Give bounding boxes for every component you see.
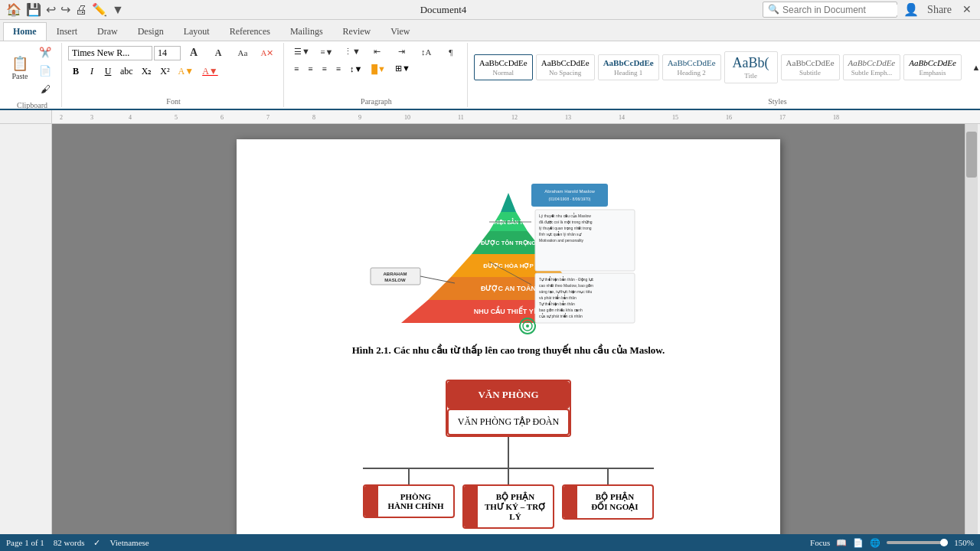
tab-references[interactable]: References (220, 22, 280, 41)
style-subtle-emphasis[interactable]: AaBbCcDdEe Subtle Emph... (843, 54, 901, 80)
print-layout-icon[interactable]: 📄 (853, 538, 864, 548)
zoom-level[interactable]: 150% (954, 538, 974, 547)
web-layout-icon[interactable]: 🌐 (870, 538, 880, 548)
align-left-button[interactable]: ≡ (290, 63, 302, 75)
copy-button[interactable]: 📄 (34, 63, 57, 80)
shading-button[interactable]: █▼ (368, 63, 390, 75)
style-no-spacing-label: No Spacing (549, 69, 581, 77)
status-bar-left: Page 1 of 1 82 words ✓ Vietnamese (6, 538, 149, 548)
style-heading1[interactable]: AaBbCcDdEe Heading 1 (598, 54, 659, 80)
cut-icon: ✂️ (39, 47, 51, 59)
search-box[interactable]: 🔍 (763, 2, 897, 18)
format-painter-icon: 🖌 (41, 83, 51, 96)
format-painter-button[interactable]: 🖌 (34, 81, 57, 98)
tab-layout[interactable]: Layout (174, 22, 220, 41)
italic-button[interactable]: I (84, 64, 100, 79)
style-heading2[interactable]: AaBbCcDdEe Heading 2 (662, 54, 721, 80)
org-box-external: BỘ PHẬNĐỐI NGOẠI (562, 484, 654, 520)
font-size-selector[interactable]: 14 (154, 46, 181, 60)
org-top-sub: VĂN PHÒNG TẬP ĐOÀN (447, 409, 570, 435)
subscript-button[interactable]: X₂ (138, 64, 156, 79)
bold-button[interactable]: B (68, 64, 83, 79)
tab-review[interactable]: Review (333, 22, 381, 41)
svg-text:13: 13 (565, 114, 571, 121)
svg-text:Motivation and personality: Motivation and personality (539, 238, 584, 243)
bullet-list-button[interactable]: ☰▼ (290, 44, 314, 59)
tab-view[interactable]: View (381, 22, 420, 41)
ribbon-tabs: Home Insert Draw Design Layout Reference… (0, 20, 980, 41)
zoom-thumb[interactable] (940, 539, 948, 546)
style-heading2-label: Heading 2 (678, 69, 706, 77)
sort-button[interactable]: ↕A (415, 45, 438, 59)
zoom-slider[interactable] (887, 541, 948, 544)
title-bar-left: 🏠 💾 ↩ ↪ 🖨 ✏️ ▼ (6, 2, 124, 17)
language[interactable]: Vietnamese (109, 538, 149, 547)
indent-increase-button[interactable]: ⇥ (390, 44, 413, 59)
superscript-button[interactable]: X² (156, 64, 173, 79)
org-box-secretary-accent (464, 486, 478, 527)
style-emphasis[interactable]: AaBbCcDdEe Emphasis (903, 54, 962, 80)
save-icon[interactable]: 💾 (26, 2, 41, 17)
style-no-spacing[interactable]: AaBbCcDdEe No Spacing (536, 54, 595, 80)
tab-insert[interactable]: Insert (47, 22, 87, 41)
line-spacing-button[interactable]: ↕▼ (346, 63, 366, 75)
strikethrough-button[interactable]: abc (116, 64, 137, 79)
font-decrease-button[interactable]: A (207, 45, 230, 61)
tab-mailings[interactable]: Mailings (280, 22, 333, 41)
font-name-selector[interactable]: Times New R... (68, 46, 152, 60)
tab-home[interactable]: Home (3, 22, 47, 41)
multilevel-list-button[interactable]: ⋮▼ (340, 44, 364, 59)
style-title[interactable]: AaBb( Title (724, 51, 778, 83)
tab-draw[interactable]: Draw (87, 22, 128, 41)
clipboard-sub-buttons: ✂️ 📄 🖌 (34, 44, 57, 98)
svg-text:ABRAHAM: ABRAHAM (384, 272, 407, 276)
home-icon[interactable]: 🏠 (6, 2, 21, 17)
print-icon[interactable]: 🖨 (75, 3, 87, 17)
redo-icon[interactable]: ↪ (60, 2, 70, 17)
close-button[interactable]: ✕ (960, 3, 974, 16)
more-icon[interactable]: ✏️ (92, 2, 107, 17)
font-case-button[interactable]: Aa (231, 46, 254, 60)
user-icon[interactable]: 👤 (903, 2, 919, 17)
highlight-button[interactable]: A▼ (175, 64, 198, 79)
align-center-button[interactable]: ≡ (304, 63, 316, 75)
styles-scroll-up[interactable]: ▲ (965, 60, 980, 74)
style-heading1-preview: AaBbCcDdEe (603, 58, 654, 68)
word-count[interactable]: 82 words (54, 538, 85, 547)
paste-button[interactable]: 📋 Paste (8, 44, 32, 90)
org-box-secretary-label: BỘ PHẬNTHƯ KÝ – TRỢ LÝ (478, 486, 553, 527)
clear-format-button[interactable]: A✕ (256, 46, 279, 60)
font-increase-button[interactable]: A (182, 44, 205, 61)
share-button[interactable]: Share (925, 4, 954, 16)
tab-design[interactable]: Design (128, 22, 174, 41)
numbered-list-button[interactable]: ≡▼ (315, 45, 338, 59)
indent-decrease-button[interactable]: ⇤ (366, 44, 389, 59)
styles-label: Styles (474, 94, 980, 106)
page-info[interactable]: Page 1 of 1 (6, 538, 44, 547)
svg-rect-32 (531, 184, 608, 207)
undo-icon[interactable]: ↩ (46, 2, 56, 17)
read-mode-icon[interactable]: 📖 (836, 538, 847, 548)
font-color-button[interactable]: A▼ (198, 64, 222, 79)
cut-button[interactable]: ✂️ (34, 44, 57, 61)
svg-text:9: 9 (358, 114, 361, 121)
align-justify-button[interactable]: ≡ (332, 63, 345, 75)
vertical-scrollbar[interactable] (965, 124, 978, 534)
org-box-secretary: BỘ PHẬNTHƯ KÝ – TRỢ LÝ (462, 484, 554, 529)
underline-button[interactable]: U (100, 64, 116, 79)
style-normal[interactable]: AaBbCcDdEe Normal (474, 54, 533, 80)
maslow-caption: Hình 2.1. Các nhu cầu từ thấp lên cao tr… (352, 344, 665, 357)
show-marks-button[interactable]: ¶ (439, 45, 462, 59)
org-branches: PHÒNGHÀNH CHÍNH BỘ PHẬNTHƯ KÝ – TRỢ LÝ (363, 469, 654, 529)
spell-check-icon[interactable]: ✓ (93, 538, 100, 548)
scrollbar-thumb[interactable] (966, 132, 977, 178)
border-button[interactable]: ⊞▼ (391, 62, 414, 75)
dropdown-icon[interactable]: ▼ (112, 3, 124, 17)
document-area[interactable]: NHU CẦU THIẾT YẾU ĐƯỢC AN TOÀN ĐƯỢC HÒA … (52, 124, 965, 534)
style-subtitle[interactable]: AaBbCcDdEe Subtitle (781, 54, 840, 80)
svg-text:và phát triển bản thân: và phát triển bản thân (539, 295, 577, 300)
org-box-admin-accent (364, 486, 378, 517)
focus-button[interactable]: Focus (810, 538, 830, 547)
align-right-button[interactable]: ≡ (318, 63, 330, 75)
search-input[interactable] (782, 5, 897, 15)
